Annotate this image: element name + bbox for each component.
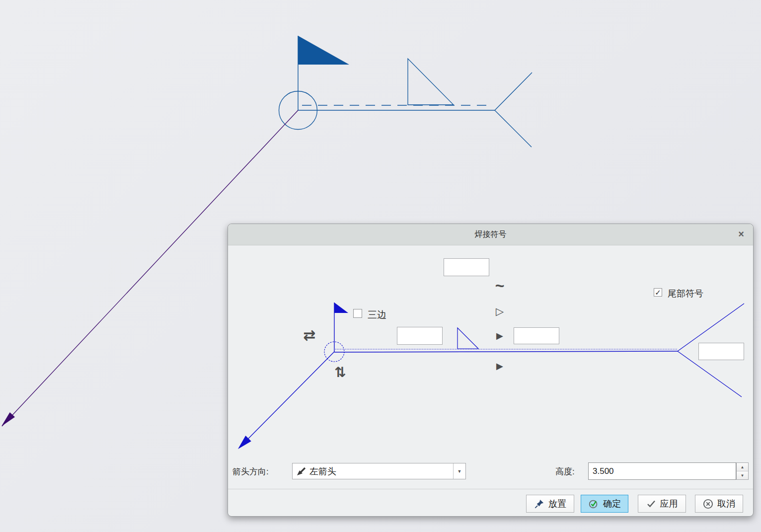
tail-symbol-checkbox[interactable]: ✓ (654, 288, 662, 297)
apply-check-icon (646, 499, 656, 509)
welding-symbol-dialog: 焊接符号 × ⇄ ⇅ 三边 ✓ 尾部符号 (228, 224, 754, 517)
pushpin-icon (534, 499, 544, 509)
preview-flag-symbol (334, 303, 348, 352)
weld-tail-fork (495, 73, 532, 147)
weld-right-size-field[interactable] (514, 327, 559, 344)
cancel-x-circle-icon (703, 499, 713, 509)
height-spinner: ▲ ▼ (736, 462, 749, 480)
cancel-button-label: 取消 (717, 498, 735, 510)
arrow-outline-icon[interactable]: ▷ (492, 306, 508, 316)
weld-tail-text-field[interactable] (698, 343, 744, 360)
ok-button-label: 确定 (603, 498, 621, 510)
preview-fillet-triangle (457, 328, 478, 349)
weld-top-text-field[interactable] (444, 258, 489, 276)
place-button[interactable]: 放置 (526, 495, 574, 513)
weld-fillet-triangle (408, 59, 454, 105)
symbol-preview-drawing (228, 224, 754, 489)
apply-button-label: 应用 (660, 498, 678, 510)
ok-check-circle-icon (588, 498, 599, 509)
arrow-filled-bottom-icon[interactable]: ▶ (492, 362, 507, 371)
spinner-up-icon[interactable]: ▲ (737, 463, 748, 471)
preview-all-around-circle (324, 342, 344, 362)
three-sides-label: 三边 (368, 308, 386, 321)
preview-leader-arrow (238, 352, 334, 449)
left-arrow-icon (293, 466, 309, 477)
arrow-direction-value: 左箭头 (309, 465, 453, 477)
arrow-filled-top-icon[interactable]: ▶ (492, 331, 507, 340)
arrow-direction-dropdown[interactable]: 左箭头 ▼ (292, 463, 466, 479)
apply-button[interactable]: 应用 (638, 495, 686, 513)
dropdown-caret-icon[interactable]: ▼ (453, 463, 465, 479)
height-input[interactable] (588, 462, 736, 480)
height-label: 高度: (555, 466, 575, 477)
cad-workspace: 焊接符号 × ⇄ ⇅ 三边 ✓ 尾部符号 (0, 0, 761, 532)
preview-reference-line (334, 351, 678, 352)
footer-divider (228, 489, 753, 489)
tail-symbol-label: 尾部符号 (668, 288, 703, 300)
place-button-label: 放置 (548, 498, 566, 510)
arrow-direction-label: 箭头方向: (232, 466, 269, 477)
three-sides-checkbox[interactable] (353, 309, 362, 318)
weld-flag-symbol (298, 36, 349, 110)
weld-left-size-field[interactable] (397, 327, 443, 345)
spinner-down-icon[interactable]: ▼ (737, 471, 748, 479)
contour-wave-icon[interactable]: ~ (490, 278, 510, 294)
dialog-titlebar[interactable]: 焊接符号 × (228, 224, 753, 245)
dialog-title: 焊接符号 (475, 229, 507, 240)
cancel-button[interactable]: 取消 (695, 495, 743, 513)
close-icon[interactable]: × (735, 228, 747, 240)
ok-button[interactable]: 确定 (581, 495, 628, 513)
tail-symbol-checkmark-icon: ✓ (655, 289, 661, 296)
swap-sides-horizontal-icon[interactable]: ⇄ (301, 328, 318, 343)
swap-sides-vertical-icon[interactable]: ⇅ (332, 366, 348, 380)
